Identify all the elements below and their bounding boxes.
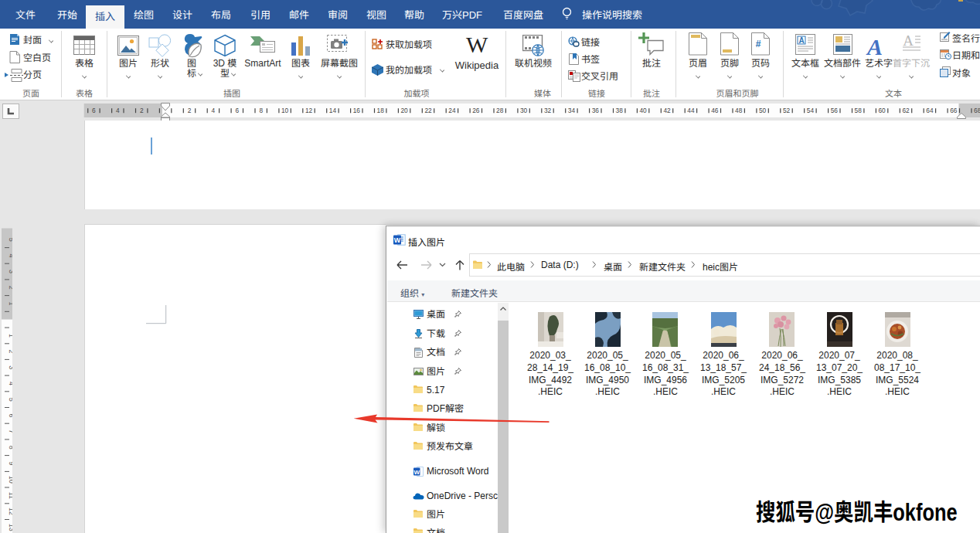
svg-text:W: W [413,468,420,475]
svg-text:42: 42 [663,107,671,114]
svg-text:12: 12 [8,508,13,515]
svg-text:58: 58 [855,107,863,114]
svg-text:40: 40 [639,107,647,114]
svg-text:4: 4 [8,253,13,257]
svg-text:60: 60 [878,107,886,114]
svg-text:56: 56 [831,107,839,114]
svg-text:48: 48 [735,107,743,114]
svg-text:11: 11 [8,492,13,499]
svg-text:44: 44 [687,107,695,114]
svg-text:6: 6 [235,107,239,114]
svg-text:34: 34 [568,107,576,114]
svg-text:W: W [394,236,401,244]
svg-text:54: 54 [807,107,815,114]
svg-text:A: A [798,36,804,45]
svg-text:2: 2 [188,107,192,114]
svg-text:20: 20 [400,107,408,114]
svg-text:36: 36 [592,107,600,114]
svg-text:12: 12 [305,107,313,114]
svg-text:3: 3 [8,270,13,273]
svg-text:4: 4 [8,382,13,385]
svg-text:10: 10 [281,107,289,114]
svg-text:4: 4 [212,107,216,114]
svg-text:32: 32 [544,107,552,114]
svg-text:18: 18 [377,107,385,114]
svg-text:3: 3 [8,365,13,369]
svg-text:9: 9 [8,461,13,465]
svg-text:52: 52 [783,107,791,114]
svg-text:22: 22 [424,107,432,114]
svg-text:5: 5 [8,398,13,402]
svg-text:8: 8 [8,446,13,450]
svg-text:13: 13 [8,524,13,531]
svg-text:5: 5 [8,238,13,242]
svg-text:6: 6 [8,413,13,417]
svg-text:#: # [756,39,761,49]
svg-text:14: 14 [329,107,337,114]
svg-text:46: 46 [711,107,719,114]
svg-text:24: 24 [448,107,456,114]
svg-text:2: 2 [140,107,144,114]
svg-text:A: A [903,32,914,49]
svg-text:1: 1 [8,334,13,338]
svg-text:28: 28 [496,107,504,114]
svg-text:1: 1 [8,301,13,305]
svg-text:4: 4 [116,107,120,114]
svg-text:30: 30 [520,107,528,114]
svg-text:64: 64 [926,107,934,114]
svg-text:7: 7 [8,429,13,433]
svg-text:38: 38 [616,107,624,114]
svg-text:10: 10 [8,476,13,484]
svg-text:8: 8 [259,107,263,114]
svg-text:16: 16 [353,107,361,114]
svg-text:62: 62 [902,107,910,114]
svg-text:2: 2 [8,350,13,354]
svg-text:2: 2 [8,286,13,290]
svg-text:68: 68 [974,107,980,114]
svg-text:26: 26 [472,107,480,114]
svg-text:6: 6 [92,107,96,114]
svg-text:50: 50 [759,107,767,114]
